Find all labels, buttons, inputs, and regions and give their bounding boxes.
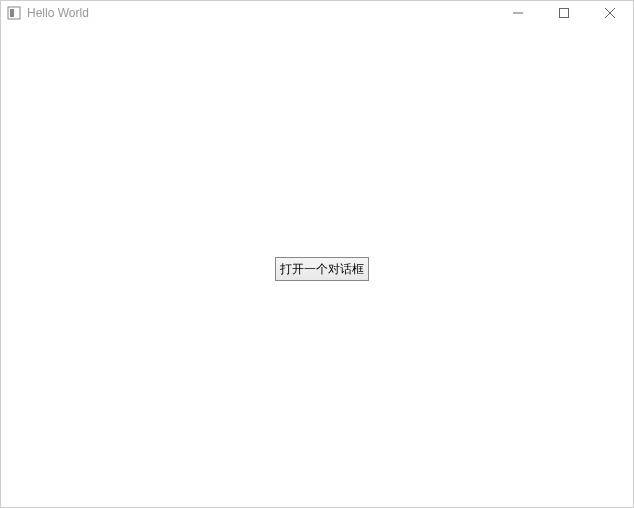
minimize-button[interactable] <box>495 1 541 25</box>
close-button[interactable] <box>587 1 633 25</box>
app-icon <box>7 6 21 20</box>
open-dialog-button[interactable]: 打开一个对话框 <box>275 257 369 281</box>
window-title: Hello World <box>27 6 89 20</box>
title-left: Hello World <box>1 6 89 20</box>
svg-rect-1 <box>10 9 14 17</box>
svg-rect-3 <box>560 9 569 18</box>
maximize-button[interactable] <box>541 1 587 25</box>
window-controls <box>495 1 633 25</box>
content-area: 打开一个对话框 <box>1 25 633 507</box>
title-bar: Hello World <box>1 1 633 25</box>
